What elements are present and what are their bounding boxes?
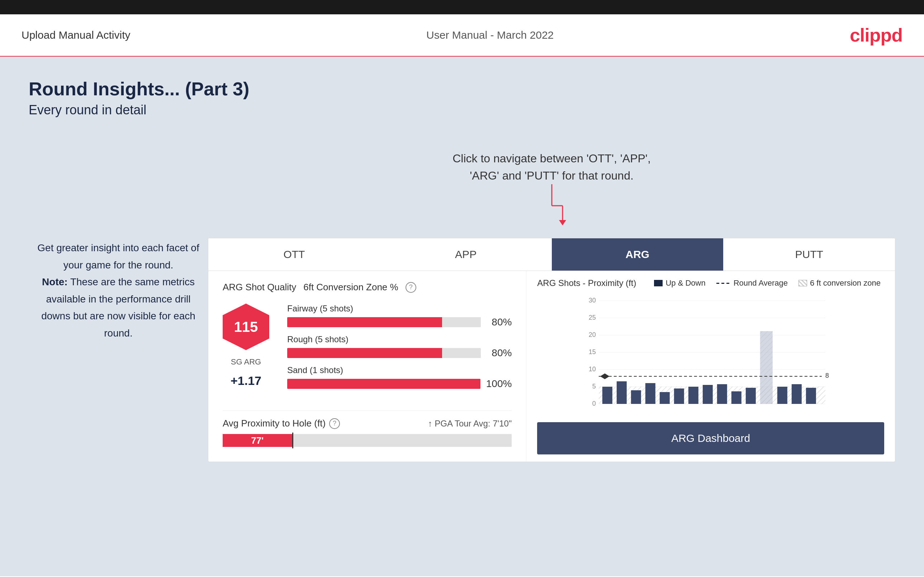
svg-rect-20 (603, 387, 612, 404)
svg-rect-35 (806, 388, 816, 404)
legend-dashed-icon (716, 283, 731, 284)
svg-rect-32 (760, 331, 773, 404)
proximity-bar-track: 77' (223, 434, 512, 447)
full-layout: Get greater insight into each facet of y… (29, 139, 895, 462)
proximity-chart: 30 25 20 15 10 5 0 (537, 295, 884, 417)
proximity-header: Avg Proximity to Hole (ft) ? ↑ PGA Tour … (223, 418, 512, 429)
help-icon[interactable]: ? (405, 282, 416, 293)
legend-label-updown: Up & Down (666, 279, 705, 288)
svg-text:30: 30 (589, 297, 596, 304)
bar-track-fairway (287, 317, 481, 327)
bar-row-sand: Sand (1 shots) 100% (287, 365, 512, 390)
svg-rect-33 (777, 387, 787, 404)
svg-marker-37 (600, 374, 609, 379)
section-header: ARG Shot Quality 6ft Conversion Zone % ? (223, 282, 512, 293)
page-subtitle: Every round in detail (29, 103, 895, 118)
section-subtitle: 6ft Conversion Zone % (303, 282, 398, 293)
tab-navigation: OTT APP ARG PUTT (208, 239, 895, 271)
proximity-section: Avg Proximity to Hole (ft) ? ↑ PGA Tour … (223, 410, 512, 447)
svg-text:0: 0 (592, 400, 596, 407)
annotation-arrow (530, 184, 573, 227)
bar-with-pct-rough: 80% (287, 347, 512, 359)
right-side: Click to navigate between 'OTT', 'APP', … (208, 139, 895, 462)
right-panel: ARG Shots - Proximity (ft) Up & Down Rou… (527, 271, 895, 462)
proximity-title: Avg Proximity to Hole (ft) ? (223, 418, 340, 429)
hexagon-container: 115 SG ARG +1.17 Fairway (5 shots) (223, 303, 512, 396)
note-bold: Note: (42, 276, 68, 287)
svg-text:20: 20 (589, 331, 596, 338)
svg-rect-23 (645, 383, 656, 404)
left-panel: ARG Shot Quality 6ft Conversion Zone % ?… (208, 271, 527, 462)
left-description: Get greater insight into each facet of y… (29, 139, 208, 462)
bar-with-pct-fairway: 80% (287, 316, 512, 328)
section-title: ARG Shot Quality (223, 282, 296, 293)
bar-track-rough (287, 348, 481, 358)
bar-fill-fairway (287, 317, 442, 327)
bar-label-sand: Sand (1 shots) (287, 365, 512, 375)
top-bar (0, 0, 924, 15)
proximity-value: 77' (251, 435, 263, 446)
proximity-label: Avg Proximity to Hole (ft) (223, 418, 326, 429)
svg-rect-34 (792, 384, 802, 404)
sg-label: SG ARG (231, 357, 261, 367)
main-content: Round Insights... (Part 3) Every round i… (0, 56, 924, 576)
bar-track-sand (287, 379, 480, 389)
tab-putt[interactable]: PUTT (723, 239, 895, 271)
bar-with-pct-sand: 100% (287, 378, 512, 390)
dashboard-card: OTT APP ARG PUTT ARG Shot Quality 6ft Co… (208, 238, 895, 462)
legend-solid-icon (654, 280, 662, 286)
annotation-text: Click to navigate between 'OTT', 'APP', … (208, 150, 895, 184)
chart-area: 30 25 20 15 10 5 0 (537, 295, 884, 419)
header: Upload Manual Activity User Manual - Mar… (0, 15, 924, 56)
chart-legend: ARG Shots - Proximity (ft) Up & Down Rou… (537, 278, 884, 288)
tab-app[interactable]: APP (380, 239, 552, 271)
svg-text:8: 8 (825, 372, 829, 379)
bar-fill-rough (287, 348, 442, 358)
svg-rect-30 (746, 388, 756, 404)
svg-rect-25 (674, 388, 684, 404)
bar-pct-rough: 80% (486, 347, 512, 359)
legend-item-roundavg: Round Average (716, 279, 788, 288)
annotation-block: Click to navigate between 'OTT', 'APP', … (208, 150, 895, 238)
page-title: Round Insights... (Part 3) (29, 78, 895, 100)
bar-row-rough: Rough (5 shots) 80% (287, 334, 512, 359)
svg-rect-26 (688, 387, 698, 404)
pga-avg: ↑ PGA Tour Avg: 7'10" (428, 419, 512, 429)
svg-text:25: 25 (589, 314, 596, 321)
legend-item-updown: Up & Down (654, 279, 705, 288)
annotation-line2: 'ARG' and 'PUTT' for that round. (470, 169, 633, 182)
upload-label: Upload Manual Activity (21, 29, 131, 41)
svg-text:10: 10 (589, 366, 596, 373)
bar-label-rough: Rough (5 shots) (287, 334, 512, 345)
svg-rect-24 (660, 392, 670, 404)
svg-text:15: 15 (589, 348, 596, 356)
legend-hatch-icon (798, 280, 807, 286)
svg-rect-29 (732, 392, 741, 404)
bar-row-fairway: Fairway (5 shots) 80% (287, 303, 512, 328)
svg-marker-3 (559, 220, 566, 226)
bar-fill-sand (287, 379, 480, 389)
svg-rect-21 (617, 381, 627, 404)
bar-label-fairway: Fairway (5 shots) (287, 303, 512, 314)
tab-arg[interactable]: ARG (552, 239, 724, 271)
bar-pct-sand: 100% (486, 378, 512, 390)
chart-title: ARG Shots - Proximity (ft) (537, 278, 636, 288)
hexagon-score: 115 (223, 303, 269, 350)
svg-rect-28 (717, 384, 727, 404)
arg-dashboard-btn[interactable]: ARG Dashboard (537, 422, 884, 455)
svg-rect-27 (703, 385, 713, 404)
annotation-line1: Click to navigate between 'OTT', 'APP', (452, 152, 651, 165)
legend-item-conversion: 6 ft conversion zone (798, 279, 880, 288)
clippd-logo: clippd (850, 24, 903, 46)
proximity-help-icon[interactable]: ? (329, 418, 340, 429)
proximity-bar-fill: 77' (223, 434, 292, 447)
hexagon-wrapper: 115 SG ARG +1.17 (223, 303, 269, 388)
sg-value: +1.17 (231, 374, 262, 388)
legend-label-roundavg: Round Average (733, 279, 788, 288)
bar-pct-fairway: 80% (486, 316, 512, 328)
tab-ott[interactable]: OTT (208, 239, 380, 271)
header-center-label: User Manual - March 2022 (426, 29, 554, 41)
content-area: ARG Shot Quality 6ft Conversion Zone % ?… (208, 271, 895, 462)
bars-container: Fairway (5 shots) 80% (287, 303, 512, 396)
legend-label-conversion: 6 ft conversion zone (810, 279, 880, 288)
